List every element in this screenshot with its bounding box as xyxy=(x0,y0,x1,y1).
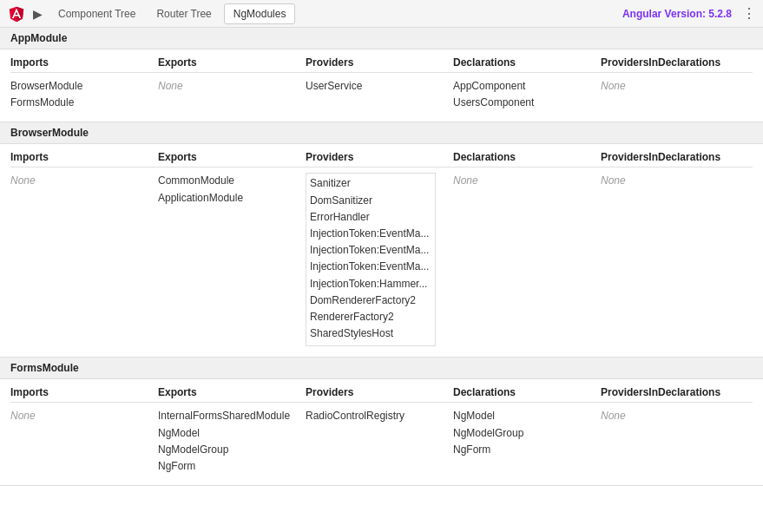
forms-imports-none: None xyxy=(10,410,36,422)
browser-export-1: ApplicationModule xyxy=(158,190,306,207)
col-header-declarations-1: Declarations xyxy=(453,151,601,163)
forms-pid-none: None xyxy=(601,410,626,422)
tab-component-tree[interactable]: Component Tree xyxy=(49,4,144,23)
browser-module-imports: None xyxy=(10,173,158,346)
forms-module-exports: InternalFormsSharedModule NgModel NgMode… xyxy=(158,408,306,475)
browser-provider-5: InjectionToken:EventMa... xyxy=(310,259,431,275)
browser-provider-3: InjectionToken:EventMa... xyxy=(310,226,431,242)
forms-provider-0: RadioControlRegistry xyxy=(306,408,453,424)
browser-provider-4: InjectionToken:EventMa... xyxy=(310,242,431,259)
forms-module-body: Imports Exports Providers Declarations P… xyxy=(0,379,763,485)
forms-module-declarations: NgModel NgModelGroup NgForm xyxy=(453,408,601,475)
app-module-declarations: AppComponent UsersComponent xyxy=(453,78,601,111)
forms-export-2: NgModelGroup xyxy=(158,442,306,458)
angular-version-label: Angular Version: 5.2.8 xyxy=(622,8,732,20)
col-header-declarations-2: Declarations xyxy=(453,386,601,398)
browser-pid-none: None xyxy=(601,174,626,187)
app-module-exports: None xyxy=(158,78,306,111)
tab-router-tree[interactable]: Router Tree xyxy=(148,4,220,23)
browser-provider-10: DomSharedStylesHost xyxy=(310,342,431,346)
browser-provider-9: SharedStylesHost xyxy=(310,325,431,342)
app-decl-0: AppComponent xyxy=(453,78,601,95)
browser-module-declarations: None xyxy=(453,173,601,346)
col-header-pid-0: ProvidersInDeclarations xyxy=(601,56,748,69)
svg-marker-1 xyxy=(16,6,23,22)
browser-module-providers: Sanitizer DomSanitizer ErrorHandler Inje… xyxy=(306,173,453,346)
col-header-providers-0: Providers xyxy=(306,56,453,69)
browser-module-body: Imports Exports Providers Declarations P… xyxy=(0,144,763,357)
browser-provider-1: DomSanitizer xyxy=(310,193,431,209)
app-decl-1: UsersComponent xyxy=(453,95,601,111)
browser-module-headers: Imports Exports Providers Declarations P… xyxy=(10,151,753,167)
app-module-section: AppModule Imports Exports Providers Decl… xyxy=(0,28,763,122)
col-header-exports-0: Exports xyxy=(158,56,306,69)
forms-module-imports: None xyxy=(10,408,158,475)
col-header-providers-1: Providers xyxy=(306,151,453,163)
forms-export-3: NgForm xyxy=(158,458,306,475)
browser-provider-2: ErrorHandler xyxy=(310,209,431,226)
app-header: ▶ Component Tree Router Tree NgModules A… xyxy=(0,0,763,28)
app-module-pid: None xyxy=(601,78,748,111)
forms-module-section: FormsModule Imports Exports Providers De… xyxy=(0,358,763,486)
col-header-imports-2: Imports xyxy=(10,386,158,398)
forms-module-headers: Imports Exports Providers Declarations P… xyxy=(10,386,753,403)
app-provider-0: UserService xyxy=(306,78,453,95)
cursor-icon: ▶ xyxy=(33,7,43,21)
browser-module-data: None CommonModule ApplicationModule Sani… xyxy=(10,173,753,346)
browser-provider-7: DomRendererFactory2 xyxy=(310,292,431,309)
forms-export-0: InternalFormsSharedModule xyxy=(158,408,306,424)
browser-provider-0: Sanitizer xyxy=(310,175,431,192)
tab-ng-modules[interactable]: NgModules xyxy=(224,3,296,24)
app-exports-none: None xyxy=(158,80,183,92)
forms-module-data: None InternalFormsSharedModule NgModel N… xyxy=(10,408,753,475)
browser-export-0: CommonModule xyxy=(158,173,306,189)
forms-decl-2: NgForm xyxy=(453,442,601,458)
main-content: AppModule Imports Exports Providers Decl… xyxy=(0,28,763,532)
col-header-exports-2: Exports xyxy=(158,386,306,398)
app-import-1: FormsModule xyxy=(10,95,158,111)
browser-provider-8: RendererFactory2 xyxy=(310,309,431,325)
col-header-imports-0: Imports xyxy=(10,56,158,69)
col-header-providers-2: Providers xyxy=(306,386,453,398)
app-module-body: Imports Exports Providers Declarations P… xyxy=(0,49,763,122)
forms-module-providers: RadioControlRegistry xyxy=(306,408,453,475)
app-import-0: BrowserModule xyxy=(10,78,158,95)
angular-logo xyxy=(7,4,26,23)
app-pid-none: None xyxy=(601,80,626,92)
app-module-headers: Imports Exports Providers Declarations P… xyxy=(10,56,753,73)
app-module-data: BrowserModule FormsModule None UserServi… xyxy=(10,78,753,111)
app-module-title: AppModule xyxy=(0,28,763,49)
browser-decl-none: None xyxy=(453,174,478,187)
forms-decl-0: NgModel xyxy=(453,408,601,424)
app-module-providers: UserService xyxy=(306,78,453,111)
browser-providers-scroll[interactable]: Sanitizer DomSanitizer ErrorHandler Inje… xyxy=(306,173,436,346)
app-module-imports: BrowserModule FormsModule xyxy=(10,78,158,111)
browser-imports-none: None xyxy=(10,174,36,187)
browser-module-exports: CommonModule ApplicationModule xyxy=(158,173,306,346)
col-header-exports-1: Exports xyxy=(158,151,306,163)
col-header-declarations-0: Declarations xyxy=(453,56,601,69)
browser-module-pid: None xyxy=(601,173,748,346)
forms-module-title: FormsModule xyxy=(0,358,763,379)
browser-provider-6: InjectionToken:Hammer... xyxy=(310,276,431,292)
col-header-imports-1: Imports xyxy=(10,151,158,163)
browser-module-title: BrowserModule xyxy=(0,122,763,144)
col-header-pid-2: ProvidersInDeclarations xyxy=(601,386,748,398)
forms-export-1: NgModel xyxy=(158,425,306,442)
forms-module-pid: None xyxy=(601,408,748,475)
more-options-icon[interactable]: ⋮ xyxy=(742,5,756,22)
forms-decl-1: NgModelGroup xyxy=(453,425,601,442)
browser-module-section: BrowserModule Imports Exports Providers … xyxy=(0,122,763,358)
col-header-pid-1: ProvidersInDeclarations xyxy=(601,151,748,163)
